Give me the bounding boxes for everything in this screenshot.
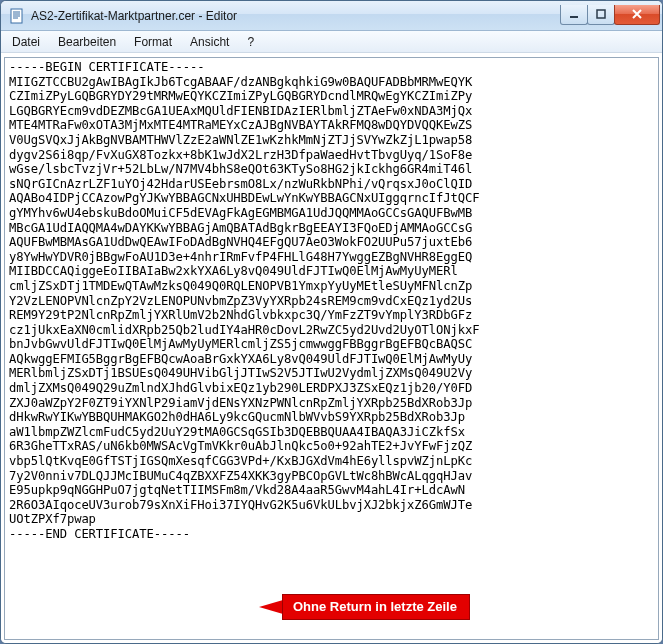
svg-rect-5 (570, 16, 578, 18)
svg-rect-6 (597, 10, 605, 18)
menu-edit[interactable]: Bearbeiten (49, 31, 125, 52)
menu-file[interactable]: Datei (3, 31, 49, 52)
app-icon (9, 8, 25, 24)
editor-text[interactable]: -----BEGIN CERTIFICATE----- MIIGZTCCBU2g… (5, 58, 658, 548)
titlebar[interactable]: AS2-Zertifikat-Marktpartner.cer - Editor (1, 1, 662, 31)
window-title: AS2-Zertifikat-Marktpartner.cer - Editor (31, 9, 561, 23)
editor-scroll[interactable]: -----BEGIN CERTIFICATE----- MIIGZTCCBU2g… (4, 57, 659, 640)
client-area: -----BEGIN CERTIFICATE----- MIIGZTCCBU2g… (1, 53, 662, 643)
menu-help[interactable]: ? (238, 31, 263, 52)
maximize-button[interactable] (587, 5, 615, 25)
window-controls (561, 5, 662, 25)
close-button[interactable] (614, 5, 660, 25)
menubar: Datei Bearbeiten Format Ansicht ? (1, 31, 662, 53)
app-window: AS2-Zertifikat-Marktpartner.cer - Editor… (0, 0, 663, 644)
minimize-button[interactable] (560, 5, 588, 25)
menu-view[interactable]: Ansicht (181, 31, 238, 52)
menu-format[interactable]: Format (125, 31, 181, 52)
